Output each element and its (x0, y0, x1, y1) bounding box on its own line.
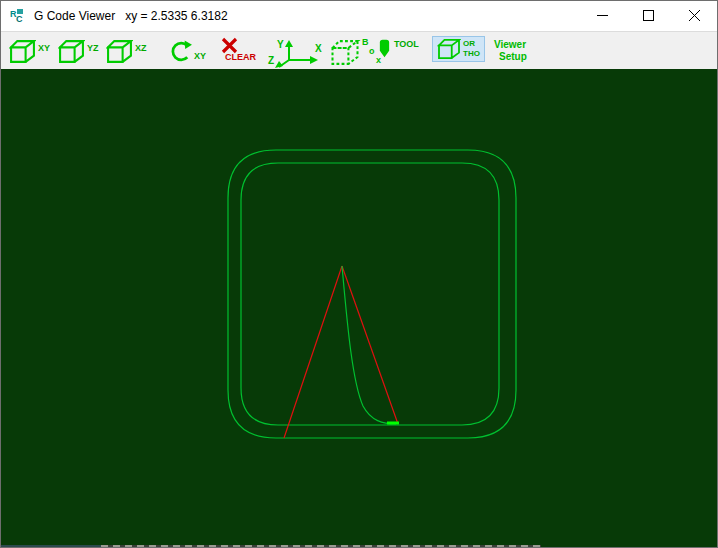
cube-icon (9, 40, 36, 63)
toolbar: XY YZ XZ XY CLEAR (1, 31, 717, 69)
box-letter-b: B (362, 37, 369, 47)
coordinate-readout: xy = 2.5335 6.3182 (125, 9, 227, 23)
close-icon (689, 10, 700, 21)
rotate-icon (168, 39, 193, 64)
viewer-setup-line1: Viewer (494, 39, 527, 51)
toolpath-plot (1, 69, 717, 545)
bottom-sliver-dashes (101, 545, 541, 547)
view-yz-button[interactable]: YZ (58, 40, 99, 63)
red-move-left-path (284, 266, 342, 438)
clear-label: CLEAR (225, 52, 256, 62)
axes-button[interactable]: Y X Z (267, 38, 325, 68)
minimize-button[interactable] (579, 1, 625, 30)
view-xy-label: XY (38, 43, 50, 63)
inner-boundary-path (241, 163, 499, 425)
tool-button[interactable]: TOOL (378, 38, 419, 59)
view-xz-label: XZ (135, 43, 147, 63)
bottom-sliver-left (1, 545, 101, 547)
cube-icon (106, 40, 133, 63)
bottom-edge-sliver (1, 545, 717, 547)
rotate-xy-button[interactable]: XY (168, 39, 206, 64)
maximize-icon (643, 10, 654, 21)
title-bar[interactable]: R C G Code Viewerxy = 2.5335 6.3182 (1, 1, 717, 31)
viewer-setup-line2: Setup (499, 51, 527, 63)
axes-x-label: X (315, 43, 322, 54)
view-xz-button[interactable]: XZ (106, 40, 147, 63)
app-icon: R C (10, 8, 26, 24)
svg-text:C: C (16, 14, 23, 24)
axes-z-label: Z (268, 55, 274, 66)
axes-y-label: Y (277, 39, 284, 50)
window-title: G Code Viewerxy = 2.5335 6.3182 (34, 9, 228, 23)
rotate-xy-label: XY (194, 51, 206, 61)
gcode-viewer-window: R C G Code Viewerxy = 2.5335 6.3182 (0, 0, 718, 548)
view-xy-button[interactable]: XY (9, 40, 50, 63)
ortho-label-line2: THO (463, 49, 480, 59)
maximize-button[interactable] (625, 1, 671, 30)
axes-icon: Y X Z (267, 38, 325, 68)
gcode-canvas[interactable] (1, 69, 717, 545)
view-yz-label: YZ (87, 43, 99, 63)
minimize-icon (597, 10, 608, 21)
ortho-label-line1: OR (463, 39, 480, 49)
box-button[interactable]: B o x (329, 40, 385, 68)
dashed-cube-icon (329, 40, 361, 65)
clear-button[interactable]: CLEAR (220, 37, 256, 62)
ortho-toggle-button[interactable]: OR THO (432, 36, 485, 62)
cube-icon (437, 39, 461, 59)
tool-label: TOOL (394, 39, 419, 59)
outer-boundary-path (228, 150, 516, 438)
viewer-setup-button[interactable]: Viewer Setup (494, 39, 527, 63)
tool-bit-icon (378, 38, 391, 59)
close-button[interactable] (671, 1, 717, 30)
cube-icon (58, 40, 85, 63)
box-letter-o: o (369, 46, 375, 56)
